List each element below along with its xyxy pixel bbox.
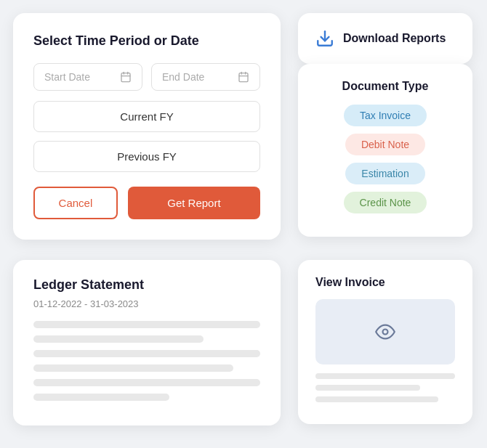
document-type-title: Document Type	[315, 80, 455, 93]
date-row: Start Date End Date	[33, 63, 260, 91]
ledger-statement-card: Ledger Statement 01-12-2022 - 31-03-2023	[13, 260, 281, 425]
action-buttons: Cancel Get Report	[33, 187, 260, 219]
download-reports-title: Download Reports	[343, 32, 446, 45]
view-invoice-card: View Invoice	[298, 260, 472, 424]
skeleton-line-3	[33, 350, 260, 357]
end-date-input[interactable]: End Date	[151, 63, 260, 91]
document-type-card: Document Type Tax Invoice Debit Note Est…	[298, 64, 472, 237]
invoice-skeleton-2	[315, 385, 420, 391]
start-date-input[interactable]: Start Date	[33, 63, 142, 91]
calendar-icon-2	[238, 71, 249, 83]
get-report-button[interactable]: Get Report	[128, 187, 260, 219]
calendar-icon	[120, 71, 132, 83]
cancel-button[interactable]: Cancel	[33, 187, 118, 219]
skeleton-line-2	[33, 335, 204, 343]
invoice-skeleton-3	[315, 396, 438, 402]
invoice-preview[interactable]	[315, 299, 455, 364]
previous-fy-button[interactable]: Previous FY	[33, 141, 260, 172]
estimation-badge[interactable]: Estimation	[345, 163, 424, 184]
skeleton-line-6	[33, 394, 169, 401]
invoice-lines	[315, 373, 455, 402]
download-icon	[315, 29, 334, 48]
ledger-date-range: 01-12-2022 - 31-03-2023	[33, 298, 260, 309]
time-period-card: Select Time Period or Date Start Date En…	[13, 13, 281, 240]
invoice-skeleton-1	[315, 373, 455, 379]
end-date-label: End Date	[162, 71, 204, 83]
start-date-label: Start Date	[44, 71, 90, 83]
ledger-title: Ledger Statement	[33, 277, 260, 293]
svg-point-9	[383, 330, 388, 335]
skeleton-line-1	[33, 321, 260, 328]
svg-rect-0	[121, 73, 130, 82]
svg-rect-4	[239, 73, 248, 82]
tax-invoice-badge[interactable]: Tax Invoice	[344, 105, 427, 126]
current-fy-button[interactable]: Current FY	[33, 101, 260, 132]
view-invoice-title: View Invoice	[315, 276, 455, 289]
eye-icon	[375, 322, 395, 342]
skeleton-line-5	[33, 379, 260, 386]
download-reports-card[interactable]: Download Reports	[298, 13, 472, 64]
skeleton-line-4	[33, 364, 233, 372]
debit-note-badge[interactable]: Debit Note	[345, 134, 425, 155]
credit-note-badge[interactable]: Credit Note	[344, 192, 427, 213]
time-period-title: Select Time Period or Date	[33, 33, 260, 49]
